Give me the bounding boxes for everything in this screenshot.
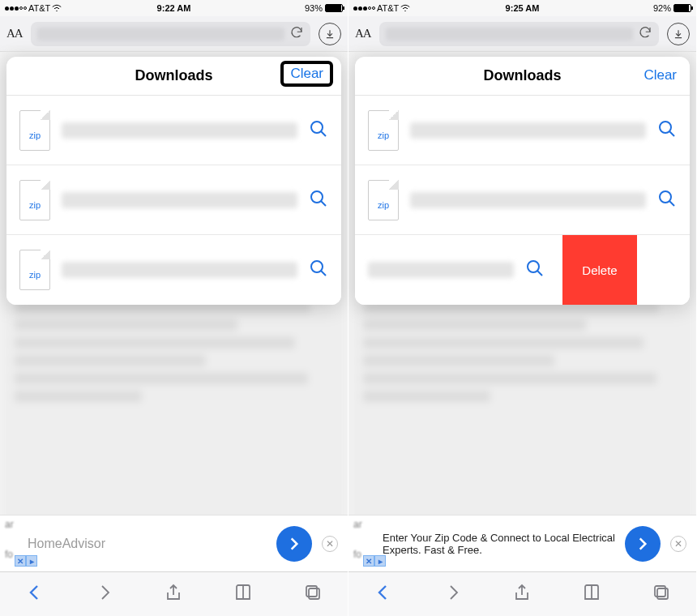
download-item[interactable]: zip: [355, 165, 690, 235]
svg-point-5: [660, 122, 671, 133]
search-in-files-icon[interactable]: [309, 119, 328, 142]
url-bar: AA: [348, 16, 696, 52]
file-zip-icon: zip: [19, 250, 50, 290]
ad-close-button[interactable]: ✕: [670, 536, 686, 552]
svg-rect-3: [309, 588, 319, 599]
ad-close-button[interactable]: ✕: [322, 536, 338, 552]
svg-rect-4: [306, 586, 317, 597]
address-text-blurred: [37, 28, 284, 41]
search-in-files-icon[interactable]: [525, 259, 545, 281]
status-bar: AT&T 9:25 AM 92%: [348, 0, 696, 16]
back-button[interactable]: [25, 583, 45, 605]
svg-point-7: [528, 261, 539, 272]
battery-icon: [325, 4, 343, 12]
share-button[interactable]: [512, 583, 532, 605]
download-filename-blurred: [62, 262, 297, 278]
url-bar: AA: [0, 16, 348, 52]
clear-button[interactable]: Clear: [639, 64, 682, 87]
reload-icon[interactable]: [289, 25, 304, 43]
phone-right: AT&T 9:25 AM 92% AA Downloads Clear: [348, 0, 697, 616]
popover-header: Downloads Clear: [6, 57, 341, 96]
download-filename-blurred: [410, 122, 646, 139]
svg-rect-9: [655, 586, 665, 597]
adchoices-icon[interactable]: ✕▸: [363, 555, 386, 567]
file-zip-icon: zip: [19, 110, 50, 151]
back-button[interactable]: [374, 583, 393, 605]
download-filename-blurred: [62, 122, 297, 139]
ad-banner[interactable]: ar fo HomeAdvisor ✕ ✕▸: [0, 515, 348, 571]
clear-button[interactable]: Clear: [280, 61, 333, 87]
page-fragment-ar: ar: [353, 519, 362, 530]
tabs-button[interactable]: [652, 583, 671, 605]
share-button[interactable]: [164, 583, 183, 605]
svg-point-1: [311, 191, 323, 203]
download-item[interactable]: zip: [6, 235, 341, 305]
download-item-swiped[interactable]: Delete: [355, 235, 690, 305]
status-time: 9:25 AM: [348, 3, 696, 13]
status-bar: AT&T 9:22 AM 93%: [0, 0, 348, 16]
address-field[interactable]: [31, 22, 310, 46]
page-fragment-fo: fo: [353, 549, 361, 560]
search-in-files-icon[interactable]: [309, 189, 328, 212]
battery-icon: [673, 4, 691, 12]
svg-point-6: [660, 191, 671, 203]
downloads-popover: Downloads Clear zip zip Delete: [355, 57, 690, 305]
reload-icon[interactable]: [638, 25, 652, 43]
search-in-files-icon[interactable]: [657, 189, 677, 212]
status-time: 9:22 AM: [0, 3, 348, 13]
download-filename-blurred: [410, 192, 646, 208]
text-size-button[interactable]: AA: [355, 27, 371, 41]
downloads-button[interactable]: [667, 23, 690, 45]
adchoices-icon[interactable]: ✕▸: [15, 555, 37, 567]
svg-point-0: [311, 122, 323, 133]
file-zip-icon: zip: [19, 180, 50, 220]
forward-button[interactable]: [95, 583, 114, 605]
text-size-button[interactable]: AA: [6, 27, 23, 41]
bookmarks-button[interactable]: [233, 583, 253, 605]
search-in-files-icon[interactable]: [657, 119, 677, 142]
popover-header: Downloads Clear: [355, 57, 690, 96]
bookmarks-button[interactable]: [582, 583, 601, 605]
download-filename-blurred: [62, 192, 297, 208]
downloads-popover: Downloads Clear zip zip zip: [6, 57, 341, 305]
svg-rect-8: [657, 588, 668, 599]
safari-toolbar: [0, 571, 348, 616]
ad-text: Enter Your Zip Code & Connect to Local E…: [358, 532, 615, 556]
download-item[interactable]: zip: [6, 165, 341, 235]
file-zip-icon: zip: [368, 180, 399, 220]
safari-toolbar: [348, 571, 696, 616]
download-item[interactable]: zip: [355, 96, 690, 165]
page-fragment-fo: fo: [5, 549, 13, 560]
svg-point-2: [311, 261, 323, 272]
file-zip-icon: zip: [368, 110, 399, 151]
delete-button[interactable]: Delete: [562, 235, 637, 305]
forward-button[interactable]: [443, 583, 463, 605]
search-in-files-icon[interactable]: [309, 259, 328, 281]
page-fragment-ar: ar: [5, 519, 14, 530]
phone-left: AT&T 9:22 AM 93% AA Downloads Clear: [0, 0, 348, 616]
ad-brand: HomeAdvisor: [28, 537, 105, 550]
downloads-button[interactable]: [319, 23, 341, 45]
popover-title: Downloads: [366, 67, 678, 84]
ad-next-button[interactable]: [276, 526, 312, 562]
tabs-button[interactable]: [303, 583, 323, 605]
ad-banner[interactable]: ar fo Enter Your Zip Code & Connect to L…: [348, 515, 696, 571]
address-text-blurred: [386, 28, 633, 41]
download-item[interactable]: zip: [6, 96, 341, 165]
download-filename-blurred: [368, 262, 514, 278]
ad-next-button[interactable]: [625, 526, 661, 562]
address-field[interactable]: [379, 22, 659, 46]
